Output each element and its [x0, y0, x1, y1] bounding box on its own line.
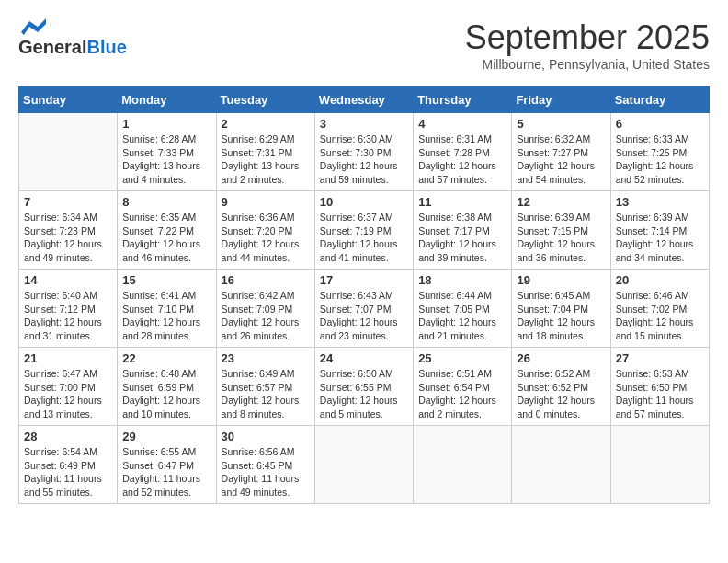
day-info: Sunrise: 6:32 AMSunset: 7:27 PMDaylight:… [517, 132, 605, 187]
day-number: 27 [616, 351, 704, 365]
title-block: September 2025 Millbourne, Pennsylvania,… [465, 18, 710, 72]
day-info: Sunrise: 6:29 AMSunset: 7:31 PMDaylight:… [222, 132, 310, 187]
day-number: 3 [320, 117, 408, 131]
day-info: Sunrise: 6:51 AMSunset: 6:54 PMDaylight:… [418, 367, 506, 421]
day-info: Sunrise: 6:36 AMSunset: 7:20 PMDaylight:… [222, 211, 310, 265]
calendar-cell: 17Sunrise: 6:43 AMSunset: 7:07 PMDayligh… [314, 270, 413, 348]
logo-blue: Blue [86, 37, 126, 58]
day-number: 22 [122, 351, 210, 365]
day-info: Sunrise: 6:45 AMSunset: 7:04 PMDaylight:… [517, 289, 605, 343]
day-number: 18 [418, 273, 506, 287]
week-row: 21Sunrise: 6:47 AMSunset: 7:00 PMDayligh… [19, 348, 710, 426]
calendar-cell: 8Sunrise: 6:35 AMSunset: 7:22 PMDaylight… [118, 191, 216, 270]
calendar-table: SundayMondayTuesdayWednesdayThursdayFrid… [18, 86, 710, 504]
month-title: September 2025 [465, 18, 710, 57]
weekday-header: Wednesday [314, 87, 413, 113]
calendar-cell: 3Sunrise: 6:30 AMSunset: 7:30 PMDaylight… [314, 113, 413, 191]
day-number: 25 [418, 351, 506, 365]
calendar-cell [414, 426, 512, 504]
day-number: 6 [616, 117, 704, 131]
logo-general: General [18, 37, 86, 58]
day-number: 24 [320, 351, 408, 365]
day-info: Sunrise: 6:52 AMSunset: 6:52 PMDaylight:… [517, 367, 605, 421]
day-info: Sunrise: 6:38 AMSunset: 7:17 PMDaylight:… [418, 211, 506, 265]
day-number: 15 [122, 273, 210, 287]
svg-marker-0 [21, 18, 46, 35]
day-info: Sunrise: 6:46 AMSunset: 7:02 PMDaylight:… [616, 289, 704, 343]
day-number: 10 [320, 195, 408, 209]
calendar-cell: 10Sunrise: 6:37 AMSunset: 7:19 PMDayligh… [314, 191, 413, 270]
day-number: 19 [517, 273, 605, 287]
day-info: Sunrise: 6:31 AMSunset: 7:28 PMDaylight:… [418, 132, 506, 187]
day-number: 30 [222, 430, 310, 443]
day-number: 23 [222, 351, 310, 365]
calendar-cell [314, 426, 413, 504]
calendar-cell: 18Sunrise: 6:44 AMSunset: 7:05 PMDayligh… [414, 270, 512, 348]
day-number: 5 [517, 117, 605, 131]
day-number: 29 [122, 430, 210, 443]
calendar-cell: 29Sunrise: 6:55 AMSunset: 6:47 PMDayligh… [118, 426, 216, 504]
calendar-cell: 15Sunrise: 6:41 AMSunset: 7:10 PMDayligh… [118, 270, 216, 348]
day-info: Sunrise: 6:48 AMSunset: 6:59 PMDaylight:… [122, 367, 210, 421]
day-info: Sunrise: 6:55 AMSunset: 6:47 PMDaylight:… [122, 445, 210, 500]
day-number: 14 [24, 273, 112, 287]
week-row: 1Sunrise: 6:28 AMSunset: 7:33 PMDaylight… [19, 113, 710, 191]
day-info: Sunrise: 6:53 AMSunset: 6:50 PMDaylight:… [616, 367, 704, 421]
day-number: 20 [616, 273, 704, 287]
calendar-cell: 4Sunrise: 6:31 AMSunset: 7:28 PMDaylight… [414, 113, 512, 191]
day-info: Sunrise: 6:54 AMSunset: 6:49 PMDaylight:… [24, 445, 112, 500]
calendar-cell: 5Sunrise: 6:32 AMSunset: 7:27 PMDaylight… [512, 113, 610, 191]
calendar-cell: 13Sunrise: 6:39 AMSunset: 7:14 PMDayligh… [610, 191, 709, 270]
day-info: Sunrise: 6:35 AMSunset: 7:22 PMDaylight:… [122, 211, 210, 265]
calendar-cell: 7Sunrise: 6:34 AMSunset: 7:23 PMDaylight… [19, 191, 118, 270]
day-number: 28 [24, 430, 112, 443]
day-number: 1 [122, 117, 210, 131]
calendar-cell: 6Sunrise: 6:33 AMSunset: 7:25 PMDaylight… [610, 113, 709, 191]
day-info: Sunrise: 6:39 AMSunset: 7:15 PMDaylight:… [517, 211, 605, 265]
weekday-header: Thursday [414, 87, 512, 113]
weekday-header: Saturday [610, 87, 709, 113]
calendar-cell: 9Sunrise: 6:36 AMSunset: 7:20 PMDaylight… [216, 191, 314, 270]
day-info: Sunrise: 6:34 AMSunset: 7:23 PMDaylight:… [24, 211, 112, 265]
location-text: Millbourne, Pennsylvania, United States [465, 57, 710, 72]
day-number: 17 [320, 273, 408, 287]
calendar-cell: 21Sunrise: 6:47 AMSunset: 7:00 PMDayligh… [19, 348, 118, 426]
day-number: 7 [24, 195, 112, 209]
calendar-cell: 16Sunrise: 6:42 AMSunset: 7:09 PMDayligh… [216, 270, 314, 348]
calendar-cell: 19Sunrise: 6:45 AMSunset: 7:04 PMDayligh… [512, 270, 610, 348]
day-number: 11 [418, 195, 506, 209]
weekday-header: Monday [118, 87, 216, 113]
calendar-cell [512, 426, 610, 504]
day-info: Sunrise: 6:28 AMSunset: 7:33 PMDaylight:… [122, 132, 210, 187]
day-info: Sunrise: 6:56 AMSunset: 6:45 PMDaylight:… [222, 445, 310, 500]
day-info: Sunrise: 6:37 AMSunset: 7:19 PMDaylight:… [320, 211, 408, 265]
day-info: Sunrise: 6:41 AMSunset: 7:10 PMDaylight:… [122, 289, 210, 343]
day-number: 12 [517, 195, 605, 209]
day-number: 16 [222, 273, 310, 287]
day-info: Sunrise: 6:50 AMSunset: 6:55 PMDaylight:… [320, 367, 408, 421]
calendar-cell: 1Sunrise: 6:28 AMSunset: 7:33 PMDaylight… [118, 113, 216, 191]
calendar-cell [610, 426, 709, 504]
calendar-cell [19, 113, 118, 191]
page-header: GeneralBlue September 2025 Millbourne, P… [18, 18, 710, 72]
day-number: 26 [517, 351, 605, 365]
day-info: Sunrise: 6:30 AMSunset: 7:30 PMDaylight:… [320, 132, 408, 187]
day-info: Sunrise: 6:44 AMSunset: 7:05 PMDaylight:… [418, 289, 506, 343]
weekday-header-row: SundayMondayTuesdayWednesdayThursdayFrid… [19, 87, 710, 113]
weekday-header: Friday [512, 87, 610, 113]
calendar-cell: 26Sunrise: 6:52 AMSunset: 6:52 PMDayligh… [512, 348, 610, 426]
week-row: 7Sunrise: 6:34 AMSunset: 7:23 PMDaylight… [19, 191, 710, 270]
day-info: Sunrise: 6:39 AMSunset: 7:14 PMDaylight:… [616, 211, 704, 265]
day-number: 8 [122, 195, 210, 209]
calendar-cell: 20Sunrise: 6:46 AMSunset: 7:02 PMDayligh… [610, 270, 709, 348]
calendar-cell: 28Sunrise: 6:54 AMSunset: 6:49 PMDayligh… [19, 426, 118, 504]
calendar-cell: 14Sunrise: 6:40 AMSunset: 7:12 PMDayligh… [19, 270, 118, 348]
day-number: 4 [418, 117, 506, 131]
calendar-cell: 11Sunrise: 6:38 AMSunset: 7:17 PMDayligh… [414, 191, 512, 270]
day-info: Sunrise: 6:33 AMSunset: 7:25 PMDaylight:… [616, 132, 704, 187]
day-number: 2 [222, 117, 310, 131]
day-info: Sunrise: 6:47 AMSunset: 7:00 PMDaylight:… [24, 367, 112, 421]
day-number: 9 [222, 195, 310, 209]
weekday-header: Sunday [19, 87, 118, 113]
calendar-cell: 22Sunrise: 6:48 AMSunset: 6:59 PMDayligh… [118, 348, 216, 426]
